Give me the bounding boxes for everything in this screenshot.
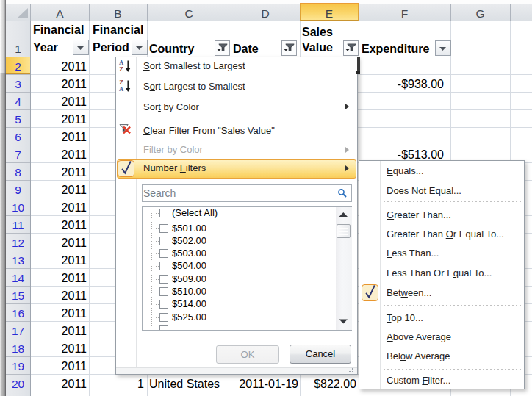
svg-text:A: A xyxy=(119,85,124,93)
svg-text:Z: Z xyxy=(119,65,123,73)
